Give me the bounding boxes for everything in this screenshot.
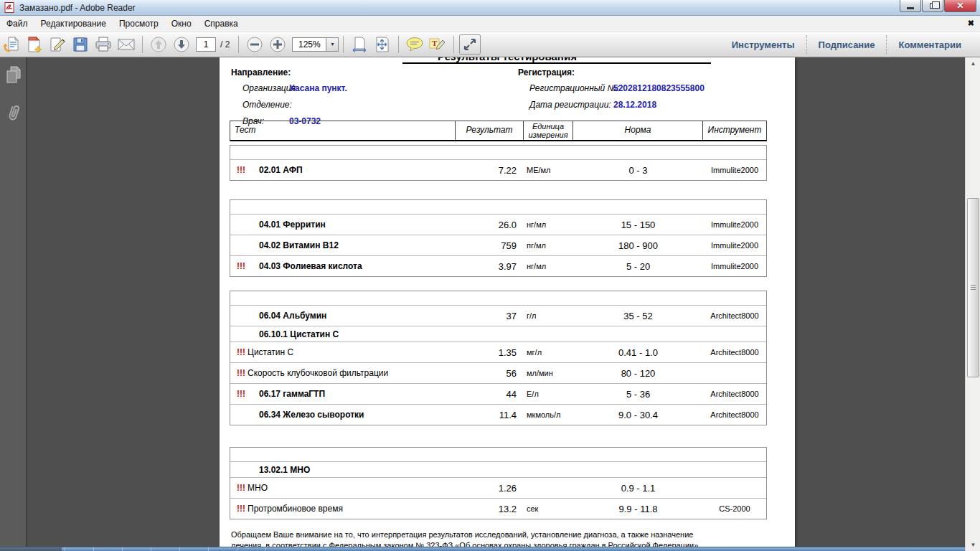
pdf-app-icon [4, 2, 15, 13]
test-name: 06.17 гаммаГТП [259, 389, 325, 399]
attachments-button[interactable] [0, 100, 27, 125]
save-button[interactable] [70, 34, 91, 55]
test-unit: г/л [524, 311, 573, 320]
zoom-out-button[interactable] [244, 34, 265, 55]
table-header-row: Тест Результат Единица измерения Норма И… [230, 121, 767, 141]
test-instrument: Architect8000 [703, 348, 766, 357]
test-result: 7.22 [456, 165, 524, 176]
test-norm: 9.9 - 11.8 [573, 504, 703, 514]
test-result: 56 [456, 368, 524, 379]
test-name: Цистатин С [248, 347, 293, 357]
print-button[interactable] [93, 34, 114, 55]
scroll-down-icon[interactable]: ▼ [966, 539, 980, 551]
fit-page-button[interactable] [372, 34, 393, 55]
fit-width-icon [352, 37, 367, 52]
document-view[interactable]: Результаты тестирования Направление: Орг… [29, 57, 965, 551]
vertical-scrollbar[interactable]: ▲ ▼ [965, 57, 980, 551]
test-name: Протромбиновое время [248, 504, 343, 514]
abnormal-flag: !!! [237, 504, 245, 514]
regdate-label: Дата регистрации: [529, 100, 611, 110]
menu-edit[interactable]: Редактирование [34, 17, 113, 31]
adobe-reader-window: Замазано.pdf - Adobe Reader ✕ Файл Редак… [0, 0, 980, 551]
test-norm: 0.41 - 1.0 [573, 347, 703, 358]
menu-help[interactable]: Справка [198, 17, 245, 31]
subgroup-header-row: 06.10.1 Цистатин С [230, 326, 766, 342]
title-underline [402, 62, 711, 64]
scrollbar-thumb[interactable] [967, 198, 979, 377]
toolbar: / 2 125% ▼ [0, 32, 980, 57]
referral-heading: Направление: [231, 67, 291, 77]
test-norm: 15 - 150 [573, 220, 703, 230]
test-norm: 5 - 20 [573, 261, 703, 272]
create-pdf-button[interactable] [24, 34, 45, 55]
restore-button[interactable] [922, 0, 943, 12]
page-thumbnails-icon [5, 66, 22, 85]
highlight-text-button[interactable]: T [427, 34, 448, 55]
menu-window[interactable]: Окно [165, 17, 198, 31]
windows-taskbar-edge[interactable] [0, 547, 965, 551]
sign-button[interactable] [47, 34, 68, 55]
highlight-text-icon: T [428, 37, 447, 52]
menu-file[interactable]: Файл [0, 17, 34, 31]
test-norm: 180 - 900 [573, 240, 703, 251]
page-thumbnails-button[interactable] [0, 63, 27, 88]
tab-tools[interactable]: Инструменты [720, 39, 806, 50]
restore-icon [930, 3, 936, 9]
page-number-input[interactable] [196, 37, 216, 52]
previous-page-button[interactable] [148, 34, 169, 55]
test-instrument: Immulite2000 [703, 220, 766, 229]
zoom-in-icon [269, 36, 286, 53]
menu-view[interactable]: Просмотр [113, 17, 165, 31]
test-unit: мг/л [524, 348, 573, 357]
table-row: 06.04 Альбумин37г/л35 - 52Architect8000 [230, 305, 766, 326]
test-result: 11.4 [456, 410, 524, 420]
zoom-dropdown-icon[interactable]: ▼ [326, 37, 339, 52]
regnumber-value: 5202812180823555800 [613, 83, 705, 93]
fullscreen-button[interactable] [459, 34, 481, 55]
zoom-in-button[interactable] [267, 34, 288, 55]
fit-width-button[interactable] [349, 34, 370, 55]
regdate-value: 28.12.2018 [613, 100, 656, 110]
test-instrument: CS-2000 [703, 504, 766, 513]
next-page-button[interactable] [171, 34, 192, 55]
toolbar-panels: Инструменты Подписание Комментарии [720, 32, 973, 57]
test-result: 26.0 [456, 220, 524, 230]
email-icon [118, 37, 135, 52]
test-norm: 9.0 - 30.4 [573, 410, 703, 420]
table-row: !!!Протромбиновое время13.2сек9.9 - 11.8… [230, 498, 766, 519]
test-unit: Е/л [524, 390, 573, 398]
zoom-level-value[interactable]: 125% [292, 37, 326, 52]
menubar-close-icon[interactable]: ✖ [968, 19, 974, 28]
test-instrument: Architect8000 [703, 311, 766, 320]
test-group: 13.02.1 МНО!!!МНО1.260.9 - 1.1!!!Протром… [230, 447, 767, 519]
test-name: МНО [248, 483, 268, 493]
tab-comments[interactable]: Комментарии [887, 39, 973, 50]
scroll-up-icon[interactable]: ▲ [966, 57, 980, 70]
test-result: 3.97 [456, 261, 524, 272]
close-button[interactable]: ✕ [944, 0, 976, 12]
subgroup-header-row: 13.02.1 МНО [230, 461, 766, 477]
test-name: 06.34 Железо сыворотки [259, 410, 364, 420]
test-unit: нг/мл [524, 262, 573, 270]
open-file-button[interactable] [1, 34, 22, 55]
test-name: 06.04 Альбумин [259, 311, 326, 321]
organization-value: Хасана пункт. [289, 83, 347, 93]
email-button[interactable] [116, 34, 137, 55]
comment-button[interactable] [404, 34, 425, 55]
window-title: Замазано.pdf - Adobe Reader [19, 3, 136, 13]
table-row: !!!06.17 гаммаГТП44Е/л5 - 36Architect800… [230, 383, 766, 404]
test-name: 04.03 Фолиевая кислота [259, 261, 362, 271]
minimize-button[interactable] [900, 0, 921, 12]
report-title: Результаты тестирования [220, 57, 795, 62]
pdf-page: Результаты тестирования Направление: Орг… [220, 57, 795, 551]
test-unit: мкмоль/л [524, 410, 573, 419]
header-test: Тест [230, 121, 456, 140]
abnormal-flag: !!! [237, 261, 245, 271]
tab-sign[interactable]: Подписание [807, 39, 887, 50]
zoom-level-combo[interactable]: 125% ▼ [292, 37, 339, 52]
test-name: Скорость клубочковой фильтрации [248, 368, 388, 378]
close-icon: ✕ [956, 1, 963, 11]
test-result: 44 [456, 389, 524, 400]
test-instrument: Architect8000 [703, 390, 766, 398]
test-result: 13.2 [456, 504, 524, 514]
